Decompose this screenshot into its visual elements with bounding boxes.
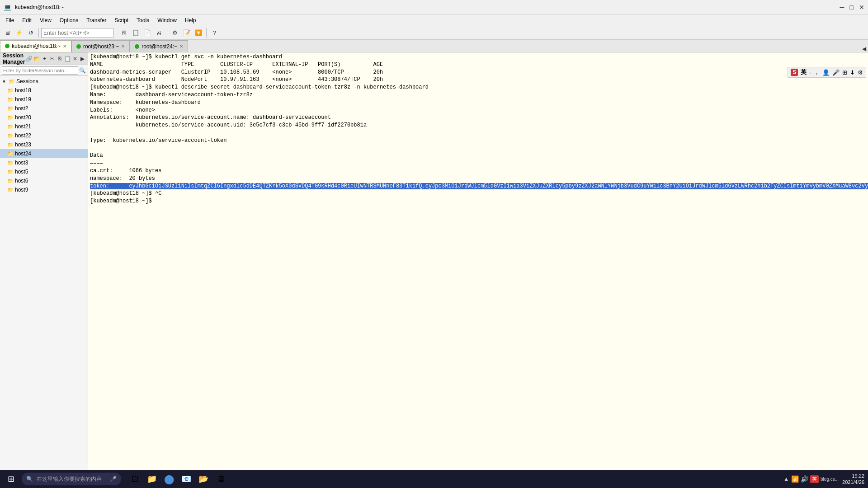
tree-item-host22[interactable]: 📁 host22	[0, 131, 88, 140]
toolbar-reconnect[interactable]: ↺	[25, 28, 36, 38]
menu-edit[interactable]: Edit	[19, 16, 35, 24]
tree-label-host3: host3	[15, 160, 28, 166]
taskbar-folders[interactable]: 📂	[195, 471, 212, 487]
taskbar-search[interactable]: 🔍 在这里输入你要搜索的内容 🎤	[22, 473, 121, 485]
tree-label-host5: host5	[15, 169, 28, 175]
menu-transfer[interactable]: Transfer	[83, 16, 110, 24]
taskbar-volume-icon[interactable]: 🔊	[801, 475, 808, 483]
sidebar-copy-icon[interactable]: ⎘	[57, 55, 63, 63]
tree-item-host23[interactable]: 📁 host23	[0, 140, 88, 149]
tree-item-host9[interactable]: 📁 host9	[0, 185, 88, 194]
tree-label-host23: host23	[15, 141, 31, 148]
toolbar-help[interactable]: ?	[209, 28, 220, 38]
terminal-content[interactable]: [kubeadm@host18 ~]$ kubectl get svc -n k…	[88, 52, 868, 475]
sidebar-delete-icon[interactable]: ✕	[72, 55, 79, 63]
tree-label-host22: host22	[15, 132, 31, 139]
sidebar-tree: ▼ 📁 Sessions 📁 host18 📁 host19 📁 host2 📁…	[0, 76, 88, 475]
tree-item-host5[interactable]: 📁 host5	[0, 167, 88, 176]
app-icon: 💻	[4, 4, 11, 11]
ime-logo: S	[791, 69, 798, 76]
taskbar-date-value: 2021/4/26	[842, 479, 864, 485]
menu-window[interactable]: Window	[154, 16, 180, 24]
tree-label-host2: host2	[15, 105, 28, 112]
tree-folder-host20: 📁	[7, 115, 14, 121]
ime-person: 👤	[822, 69, 830, 76]
tree-item-host3[interactable]: 📁 host3	[0, 158, 88, 167]
terminal-area[interactable]: S 英 · ， 👤 🎤 ⊞ ⬇ ⚙ [kubeadm@host18 ~]$ ku…	[88, 52, 868, 475]
sidebar-search-icon[interactable]: 🔍	[79, 67, 86, 74]
tab-host23[interactable]: root@host23:~ ✕	[71, 40, 130, 52]
taskbar-email[interactable]: 📧	[178, 471, 194, 487]
tab-label-host24: root@host24:~	[142, 43, 177, 50]
tree-item-host18[interactable]: 📁 host18	[0, 86, 88, 95]
toolbar-settings[interactable]: ⚙	[170, 28, 180, 38]
sidebar-connect-icon[interactable]: 🔗	[26, 55, 33, 63]
sidebar-header: Session Manager 🔗 📂 + ✂ ⎘ 📋 ✕ ▶	[0, 52, 88, 65]
tab-bar: kubeadm@host18:~ ✕ root@host23:~ ✕ root@…	[0, 40, 868, 52]
minimize-button[interactable]: ─	[840, 4, 844, 11]
sidebar-more-icon[interactable]: ▶	[79, 55, 86, 63]
taskbar-network-icon[interactable]: 📶	[791, 475, 799, 483]
menu-tools[interactable]: Tools	[133, 16, 153, 24]
menu-file[interactable]: File	[2, 16, 18, 24]
taskbar-search-icon: 🔍	[26, 476, 33, 482]
title-bar: 💻 kubeadm@host18:~ ─ □ ✕	[0, 0, 868, 14]
taskbar-ime-indicator[interactable]: 英	[810, 475, 819, 483]
taskbar-time-value: 19:22	[842, 473, 864, 479]
tree-folder-host9: 📁	[7, 187, 14, 193]
title-bar-controls: ─ □ ✕	[840, 4, 864, 11]
tree-sessions-root[interactable]: ▼ 📁 Sessions	[0, 77, 88, 86]
menu-options[interactable]: Options	[56, 16, 82, 24]
close-button[interactable]: ✕	[859, 4, 864, 11]
tab-host18[interactable]: kubeadm@host18:~ ✕	[0, 40, 71, 52]
toolbar-copy[interactable]: ⎘	[118, 28, 129, 38]
toolbar-paste[interactable]: 📋	[130, 28, 141, 38]
sidebar-open-icon[interactable]: 📂	[33, 55, 40, 63]
taskbar-terminal[interactable]: 🖥	[212, 471, 229, 487]
start-button[interactable]: ⊞	[2, 471, 20, 487]
toolbar-sep-4	[206, 28, 207, 38]
tab-label-host18: kubeadm@host18:~	[12, 43, 61, 49]
tree-item-host21[interactable]: 📁 host21	[0, 122, 88, 131]
taskbar-url-indicator: blog.cs...	[821, 477, 839, 482]
tree-item-host24[interactable]: 📁 host24	[0, 149, 88, 158]
menu-script[interactable]: Script	[111, 16, 132, 24]
toolbar-quick-connect[interactable]: ⚡	[14, 28, 24, 38]
tree-folder-host24: 📁	[7, 151, 14, 157]
title-bar-left: 💻 kubeadm@host18:~	[4, 4, 64, 11]
ime-grid: ⊞	[842, 69, 847, 76]
toolbar-log[interactable]: 📝	[181, 28, 192, 38]
tab-close-host24[interactable]: ✕	[179, 44, 183, 49]
ime-lang: 英	[801, 68, 807, 76]
tab-close-host23[interactable]: ✕	[121, 44, 125, 49]
tree-label-host18: host18	[15, 87, 31, 94]
session-manager-sidebar: Session Manager 🔗 📂 + ✂ ⎘ 📋 ✕ ▶ 🔍 ▼ 📁 Se…	[0, 52, 88, 475]
taskbar-task-view[interactable]: ⊡	[127, 471, 143, 487]
taskbar-file-explorer[interactable]: 📁	[144, 471, 160, 487]
tree-item-host19[interactable]: 📁 host19	[0, 95, 88, 104]
tree-item-host2[interactable]: 📁 host2	[0, 104, 88, 113]
toolbar-print[interactable]: 🖨	[154, 28, 165, 38]
sidebar-cut-icon[interactable]: ✂	[49, 55, 56, 63]
tab-close-host18[interactable]: ✕	[63, 44, 66, 49]
maximize-button[interactable]: □	[850, 4, 854, 11]
tab-collapse-button[interactable]: ◀	[862, 46, 868, 52]
toolbar-new-session[interactable]: 🖥	[2, 28, 13, 38]
tab-host24[interactable]: root@host24:~ ✕	[130, 40, 188, 52]
toolbar-paste-plain[interactable]: 📄	[142, 28, 153, 38]
tree-folder-host19: 📁	[7, 97, 14, 103]
menu-help[interactable]: Help	[181, 16, 200, 24]
tree-label-host21: host21	[15, 123, 31, 130]
ime-arrow: ⬇	[850, 69, 855, 76]
tree-item-host6[interactable]: 📁 host6	[0, 176, 88, 185]
menu-view[interactable]: View	[36, 16, 55, 24]
toolbar-filter[interactable]: 🔽	[193, 28, 204, 38]
taskbar-clock[interactable]: 19:22 2021/4/26	[842, 473, 864, 486]
sidebar-paste-icon[interactable]: 📋	[64, 55, 71, 63]
sidebar-add-icon[interactable]: +	[41, 55, 48, 63]
taskbar-chrome[interactable]: ⬤	[161, 471, 177, 487]
host-input[interactable]	[41, 28, 113, 38]
tree-item-host20[interactable]: 📁 host20	[0, 113, 88, 122]
sidebar-search-input[interactable]	[2, 66, 78, 75]
taskbar-chevron-up[interactable]: ▲	[783, 475, 789, 483]
